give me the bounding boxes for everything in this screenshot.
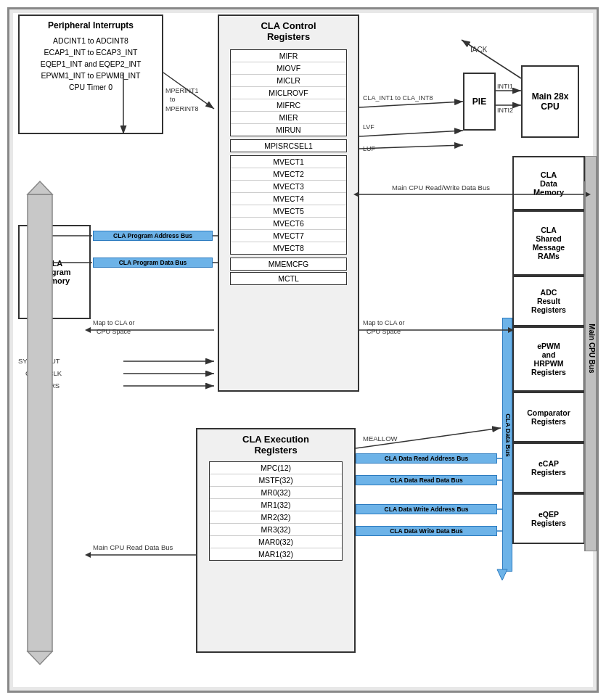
mvect-reg-group: MVECT1 MVECT2 MVECT3 MVECT4 MVECT5 MVECT…	[230, 155, 347, 255]
periph-item-2: ECAP1_INT to ECAP3_INT	[25, 48, 156, 57]
reg-mvect5: MVECT5	[231, 205, 346, 218]
periph-item-5: CPU Timer 0	[25, 83, 156, 91]
cpu-label: Main 28xCPU	[532, 91, 569, 112]
reg-miclrovf: MICLROVF	[231, 87, 346, 99]
reg-mmemcfg: MMEMCFG	[230, 258, 347, 271]
main-cpu-bus-text: Main CPU Bus	[588, 324, 596, 373]
reg-mr1: MR1(32)	[210, 499, 342, 511]
reg-mctl: MCTL	[230, 272, 347, 285]
cla-data-read-data-bus-label: CLA Data Read Data Bus	[356, 475, 497, 485]
reg-mvect2: MVECT2	[231, 168, 346, 181]
reg-mifrc: MIFRC	[231, 99, 346, 112]
reg-mvect6: MVECT6	[231, 218, 346, 230]
reg-mr3: MR3(32)	[210, 524, 342, 536]
reg-mr0: MR0(32)	[210, 487, 342, 499]
reg-mvect3: MVECT3	[231, 181, 346, 193]
eqep-box: eQEPRegisters	[512, 493, 585, 544]
cla-prog-addr-bus-label: CLA Program Address Bus	[93, 231, 213, 241]
reg-mifr: MIFR	[231, 50, 346, 62]
reg-mvect7: MVECT7	[231, 230, 346, 242]
cla-shared-message-rams-box: CLASharedMessageRAMs	[512, 210, 585, 276]
cla-data-read-addr-bus-label: CLA Data Read Address Bus	[356, 453, 497, 464]
eqep-label: eQEPRegisters	[531, 510, 566, 527]
cla-program-memory-box: CLAProgramMemory	[18, 225, 91, 319]
cla-exec-title: CLA ExecutionRegisters	[202, 434, 350, 456]
comparator-label: ComparatorRegisters	[527, 408, 570, 426]
reg-mpisrcsel: MPISRCSEL1	[230, 139, 347, 152]
epwm-box: ePWMandHRPWMRegisters	[512, 326, 585, 392]
periph-item-1: ADCINT1 to ADCINT8	[25, 36, 156, 45]
reg-mar0: MAR0(32)	[210, 536, 342, 548]
cla-data-bus-label-container: CLA Data Bus	[503, 363, 513, 508]
adc-result-box: ADCResultRegisters	[512, 276, 585, 326]
cla-control-registers-box: CLA ControlRegisters MIFR MIOVF MICLR MI…	[218, 15, 359, 392]
reg-mvect1: MVECT1	[231, 156, 346, 168]
reg-mier: MIER	[231, 112, 346, 124]
cla-shared-rams-label: CLASharedMessageRAMs	[533, 226, 565, 260]
diagram-container: Peripheral Interrupts ADCINT1 to ADCINT8…	[0, 0, 606, 700]
cla-data-read-data-text: CLA Data Read Data Bus	[390, 477, 462, 484]
main-cpu-bus-label: Main CPU Bus	[586, 276, 597, 421]
cpu-box: Main 28xCPU	[521, 65, 579, 138]
control-reg-group1: MIFR MIOVF MICLR MICLROVF MIFRC MIER MIR…	[230, 49, 347, 136]
reg-mr2: MR2(32)	[210, 511, 342, 524]
comparator-box: ComparatorRegisters	[512, 392, 585, 442]
cla-prog-data-bus-label: CLA Program Data Bus	[93, 258, 213, 268]
cla-data-memory-label: CLADataMemory	[533, 170, 564, 197]
reg-mvect4: MVECT4	[231, 193, 346, 205]
exec-reg-group: MPC(12) MSTF(32) MR0(32) MR1(32) MR2(32)…	[209, 461, 343, 561]
reg-mvect8: MVECT8	[231, 242, 346, 254]
cla-data-write-data-bus-label: CLA Data Write Data Bus	[356, 526, 497, 536]
peripheral-interrupts-box: Peripheral Interrupts ADCINT1 to ADCINT8…	[18, 15, 163, 134]
reg-miovf: MIOVF	[231, 62, 346, 75]
cla-prog-data-bus-text: CLA Program Data Bus	[119, 259, 187, 266]
ecap-box: eCAPRegisters	[512, 442, 585, 493]
ecap-label: eCAPRegisters	[531, 459, 566, 477]
reg-mstf: MSTF(32)	[210, 474, 342, 487]
periph-item-4: EPWM1_INT to EPWM8_INT	[25, 71, 156, 80]
pie-label: PIE	[472, 96, 486, 107]
reg-mpc: MPC(12)	[210, 462, 342, 474]
cla-data-write-addr-bus-label: CLA Data Write Address Bus	[356, 504, 497, 514]
cla-data-bus-text: CLA Data Bus	[504, 413, 512, 457]
periph-title: Peripheral Interrupts	[25, 20, 156, 30]
reg-mar1: MAR1(32)	[210, 548, 342, 560]
reg-mirun: MIRUN	[231, 124, 346, 136]
cla-data-read-addr-text: CLA Data Read Address Bus	[385, 455, 469, 462]
pie-box: PIE	[463, 73, 496, 131]
cla-data-write-addr-text: CLA Data Write Address Bus	[385, 506, 469, 513]
cla-execution-registers-box: CLA ExecutionRegisters MPC(12) MSTF(32) …	[196, 428, 356, 653]
cla-prog-addr-bus-text: CLA Program Address Bus	[113, 232, 192, 239]
reg-miclr: MICLR	[231, 75, 346, 87]
cla-data-memory-box: CLADataMemory	[512, 156, 585, 210]
prog-mem-label: CLAProgramMemory	[38, 259, 70, 285]
cla-data-write-data-text: CLA Data Write Data Bus	[390, 527, 463, 535]
periph-item-3: EQEP1_INT and EQEP2_INT	[25, 59, 156, 68]
adc-result-label: ADCResultRegisters	[531, 288, 566, 314]
cla-control-title: CLA ControlRegisters	[224, 20, 353, 42]
epwm-label: ePWMandHRPWMRegisters	[531, 342, 566, 376]
